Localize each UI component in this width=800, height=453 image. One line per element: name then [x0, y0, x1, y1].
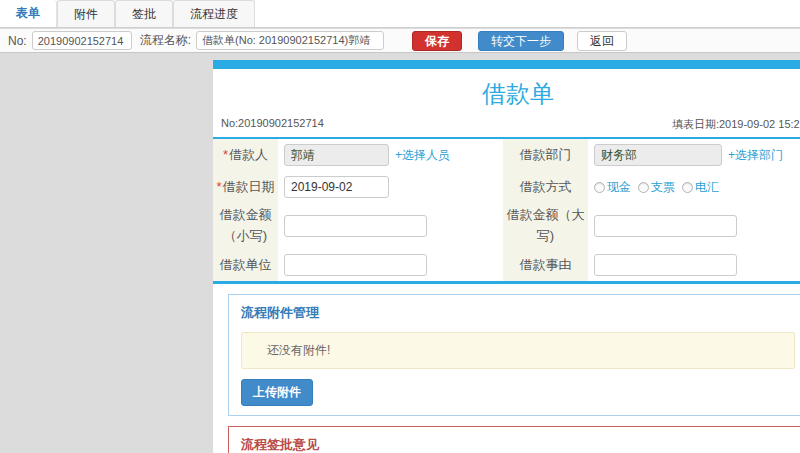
tab-attachments[interactable]: 附件 [57, 0, 115, 27]
loan-reason-input[interactable] [594, 254, 737, 276]
forward-next-step-button[interactable]: 转交下一步 [478, 31, 564, 51]
department-input[interactable] [594, 144, 722, 166]
process-name-input[interactable] [196, 31, 384, 50]
select-person-link[interactable]: +选择人员 [395, 147, 450, 164]
fill-date-text: 填表日期:2019-09-02 15:27:1 [672, 117, 800, 132]
page-title: 借款单 [213, 69, 800, 117]
attachments-panel-title: 流程附件管理 [241, 304, 795, 322]
form-number-text: No:20190902152714 [221, 117, 324, 132]
tab-form[interactable]: 表单 [0, 0, 57, 27]
loan-unit-input[interactable] [284, 254, 427, 276]
loan-date-input[interactable] [284, 176, 389, 198]
tab-approval[interactable]: 签批 [115, 0, 173, 27]
borrower-label: *借款人 [213, 139, 278, 171]
loan-form-panel: 借款单 No:20190902152714 填表日期:2019-09-02 15… [213, 60, 800, 453]
action-toolbar: No: 流程名称: 保存 转交下一步 返回 [0, 29, 800, 53]
amount-lowercase-label: 借款金额（小写) [213, 203, 278, 249]
radio-cash[interactable]: 现金 [594, 179, 631, 196]
save-button[interactable]: 保存 [412, 31, 462, 51]
amount-uppercase-label: 借款金额（大写) [503, 203, 588, 249]
back-button[interactable]: 返回 [577, 31, 627, 51]
borrower-input[interactable] [284, 144, 389, 166]
loan-unit-label: 借款单位 [213, 249, 278, 281]
loan-reason-label: 借款事由 [503, 249, 588, 281]
radio-wire[interactable]: 电汇 [682, 179, 719, 196]
tab-bar: 表单 附件 签批 流程进度 [0, 0, 800, 28]
radio-circle-icon [638, 182, 649, 193]
loan-method-label: 借款方式 [503, 171, 588, 203]
divider [213, 281, 800, 284]
panel-top-accent-bar [213, 60, 800, 69]
process-name-label: 流程名称: [140, 32, 191, 49]
radio-check[interactable]: 支票 [638, 179, 675, 196]
attachments-panel: 流程附件管理 还没有附件! 上传附件 [228, 294, 800, 416]
upload-attachment-button[interactable]: 上传附件 [241, 379, 313, 406]
no-label: No: [8, 34, 27, 48]
amount-lowercase-input[interactable] [284, 215, 427, 237]
no-input[interactable] [32, 31, 132, 50]
no-attachments-alert: 还没有附件! [241, 332, 795, 369]
radio-circle-icon [682, 182, 693, 193]
amount-uppercase-input[interactable] [594, 215, 737, 237]
approval-opinion-panel: 流程签批意见 B I abc [228, 426, 800, 453]
department-label: 借款部门 [503, 139, 588, 171]
tab-progress[interactable]: 流程进度 [173, 0, 255, 27]
approval-opinion-title: 流程签批意见 [241, 436, 795, 453]
loan-form-grid: *借款人 +选择人员 借款部门 +选择部门 *借款日期 借款方式 现金 [213, 139, 800, 281]
select-department-link[interactable]: +选择部门 [728, 147, 783, 164]
loan-date-label: *借款日期 [213, 171, 278, 203]
radio-circle-icon [594, 182, 605, 193]
loan-method-radios: 现金 支票 电汇 [594, 179, 719, 196]
